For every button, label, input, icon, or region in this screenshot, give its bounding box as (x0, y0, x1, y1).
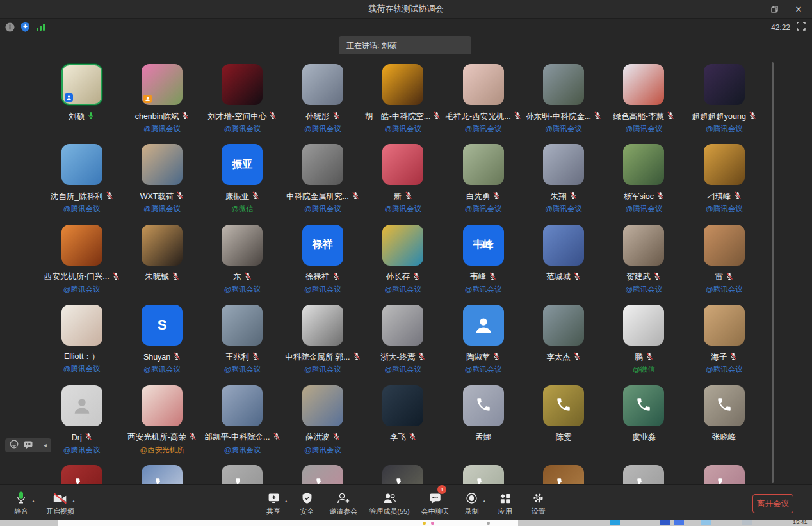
participant-tile-cutoff[interactable] (443, 465, 523, 484)
muted-mic-icon (492, 352, 500, 360)
participant-avatar (382, 64, 423, 105)
record-button[interactable]: ▲录制 (461, 489, 483, 516)
participant-tile[interactable]: 振亚康振亚@微信 (202, 144, 282, 224)
participant-tile[interactable]: 王兆利@腾讯会议 (202, 305, 282, 385)
participant-tile[interactable]: 孙东明-中科院金...@腾讯会议 (523, 64, 603, 144)
phone-call-icon (635, 396, 652, 413)
participant-tile[interactable]: WXT载荷@腾讯会议 (122, 144, 202, 224)
participant-tile-cutoff[interactable] (523, 465, 603, 484)
participant-tile[interactable]: 毛祥龙-西安光机...@腾讯会议 (443, 64, 523, 144)
participant-avatar (222, 385, 263, 426)
participant-tile[interactable]: 张晓峰 (684, 385, 764, 465)
participant-tile[interactable]: 东@腾讯会议 (202, 225, 282, 305)
collapse-pill-icon[interactable]: ◂ (44, 442, 47, 449)
participant-tile[interactable]: 刘硕 (42, 64, 122, 144)
fullscreen-icon[interactable] (797, 22, 806, 33)
participant-tile[interactable]: 白先勇@腾讯会议 (443, 144, 523, 224)
participant-tile[interactable]: 胡一皓-中科院空...@腾讯会议 (363, 64, 443, 144)
participant-tile[interactable]: SShuyan@腾讯会议 (122, 305, 202, 385)
security-button[interactable]: 安全 (296, 489, 318, 516)
participant-tile-cutoff[interactable] (282, 465, 362, 484)
minimize-button[interactable]: – (740, 1, 759, 17)
participant-tile[interactable]: 孟娜 (443, 385, 523, 465)
windows-taskbar[interactable]: 15:41 (0, 520, 812, 526)
participant-tile[interactable]: 鹏@微信 (604, 305, 684, 385)
participant-tile[interactable]: 刁琪峰@腾讯会议 (684, 144, 764, 224)
participant-tile-cutoff[interactable] (122, 465, 202, 484)
muted-mic-icon (273, 433, 280, 441)
invite-icon (337, 492, 350, 504)
participant-tile[interactable]: 禄祥徐禄祥@腾讯会议 (282, 225, 362, 305)
leave-meeting-button[interactable]: 离开会议 (752, 494, 793, 513)
participant-tile[interactable]: 贺建武@腾讯会议 (604, 225, 684, 305)
participant-tile[interactable]: 范城城 (523, 225, 603, 305)
participant-tile[interactable]: 韦峰韦峰@腾讯会议 (443, 225, 523, 305)
emoji-reaction-icon[interactable] (10, 440, 19, 451)
participant-tile-cutoff[interactable] (604, 465, 684, 484)
participant-tile[interactable]: 绿色高能-李慧@腾讯会议 (604, 64, 684, 144)
participant-tile-cutoff[interactable] (42, 465, 122, 484)
share-button[interactable]: ▲共享 (263, 489, 284, 516)
participant-tile[interactable]: 李飞 (363, 385, 443, 465)
participant-tile[interactable]: chenbin陈斌@腾讯会议 (122, 64, 202, 144)
participant-avatar (623, 225, 664, 266)
participant-avatar (543, 144, 584, 185)
muted-mic-icon (569, 191, 577, 200)
participant-tile[interactable]: 孙晓彤@腾讯会议 (282, 64, 362, 144)
muted-mic-icon (573, 352, 581, 360)
participant-tile[interactable]: 陶淑苹@腾讯会议 (443, 305, 523, 385)
settings-button[interactable]: 设置 (528, 489, 549, 516)
participant-avatar (543, 465, 584, 484)
participant-tile[interactable]: 刘才瑞-空间中心@腾讯会议 (202, 64, 282, 144)
apps-button[interactable]: 应用 (494, 489, 516, 516)
participant-tile[interactable]: 邰凯平-中科院金...@腾讯会议 (202, 385, 282, 465)
encryption-shield-icon[interactable] (20, 22, 30, 35)
participant-name: 沈自所_陈科利 (51, 191, 103, 202)
participant-tile-cutoff[interactable] (363, 465, 443, 484)
participant-tile[interactable]: Drj@腾讯会议 (42, 385, 122, 465)
quick-chat-icon[interactable] (24, 440, 33, 451)
participant-tile[interactable]: 中科院金属研究...@腾讯会议 (282, 144, 362, 224)
participant-name: 白先勇 (466, 191, 491, 202)
muted-mic-icon (252, 191, 259, 200)
participant-tile[interactable]: 朱晓铖 (122, 225, 202, 305)
participant-tile[interactable]: 西安光机所-高荣@西安光机所 (122, 385, 202, 465)
participant-tile-cutoff[interactable] (684, 465, 764, 484)
taskbar-app-icon (660, 520, 670, 525)
participant-avatar (543, 64, 584, 105)
manage-members-button[interactable]: 管理成员(55) (369, 489, 410, 516)
participant-tile[interactable]: Elliott：）@腾讯会议 (42, 305, 122, 385)
participant-avatar (302, 305, 343, 346)
invite-button[interactable]: 邀请参会 (329, 489, 357, 516)
participant-tile[interactable]: 陈雯 (523, 385, 603, 465)
participant-name: 康振亚 (225, 191, 250, 202)
muted-mic-icon (405, 191, 412, 200)
participant-tile[interactable]: 虞业淼 (604, 385, 684, 465)
network-signal-icon[interactable] (36, 22, 45, 34)
restore-button[interactable] (765, 1, 784, 17)
dropdown-caret-icon[interactable]: ▲ (482, 499, 486, 503)
participant-tile[interactable]: 中科院金属所 郭...@腾讯会议 (282, 305, 362, 385)
chat-button[interactable]: 1会中聊天 (421, 489, 450, 516)
meeting-info-icon[interactable] (5, 22, 15, 35)
participant-tile[interactable]: 西安光机所-闫兴...@腾讯会议 (42, 225, 122, 305)
participant-tile-cutoff[interactable] (202, 465, 282, 484)
participant-tile[interactable]: 薛洪波@腾讯会议 (282, 385, 362, 465)
muted-mic-icon (332, 111, 340, 120)
participant-tile[interactable]: 李太杰 (523, 305, 603, 385)
participant-tile[interactable]: 浙大-終焉@腾讯会议 (363, 305, 443, 385)
participant-tile[interactable]: 雷@腾讯会议 (684, 225, 764, 305)
participant-tile[interactable]: 孙长存@腾讯会议 (363, 225, 443, 305)
participant-name: 孟娜 (475, 432, 491, 443)
participant-tile[interactable]: 海子@腾讯会议 (684, 305, 764, 385)
participant-tile[interactable]: 新@腾讯会议 (363, 144, 443, 224)
participant-avatar (302, 385, 343, 426)
participant-avatar (142, 64, 183, 105)
grid-scrollbar[interactable] (772, 62, 774, 483)
participant-tile[interactable]: 朱翔@腾讯会议 (523, 144, 603, 224)
close-button[interactable]: ✕ (789, 1, 808, 17)
participant-tile[interactable]: 超超超超young@腾讯会议 (684, 64, 764, 144)
dropdown-caret-icon[interactable]: ▲ (284, 499, 288, 503)
participant-tile[interactable]: 杨军sioc@腾讯会议 (604, 144, 684, 224)
participant-tile[interactable]: 沈自所_陈科利@腾讯会议 (42, 144, 122, 224)
